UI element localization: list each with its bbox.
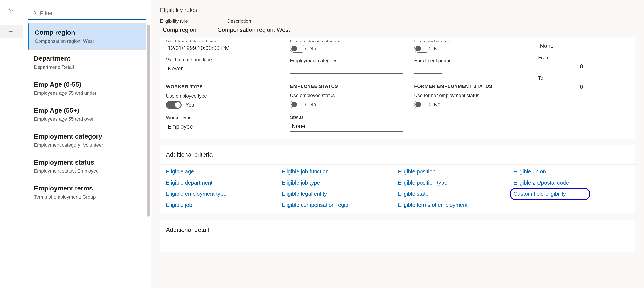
list-item[interactable]: Department Department: Retail — [28, 49, 146, 75]
filter-icon[interactable] — [7, 7, 16, 15]
sidebar: Comp region Compensation region: West De… — [23, 0, 151, 288]
toggle-use-new-hire-label: No — [434, 46, 440, 52]
label-worker-type: Worker type — [166, 115, 279, 121]
item-sub: Employees age 55 and under — [34, 90, 140, 96]
toggle-use-employee-category[interactable] — [290, 45, 306, 53]
label-use-emp-status: Use employee status — [290, 93, 403, 98]
link-custom-field-eligibility-label: Custom field eligibility — [514, 191, 566, 197]
additional-criteria-title[interactable]: Additional criteria — [160, 145, 635, 165]
toggle-use-employee-type-label: Yes — [186, 102, 194, 108]
toggle-use-new-hire[interactable] — [414, 45, 430, 53]
detail-box — [166, 240, 630, 245]
field-valid-to[interactable]: Never — [166, 63, 279, 74]
link-eligible-state[interactable]: Eligible state — [398, 191, 514, 197]
page-title: Eligibility rules — [160, 7, 635, 14]
left-rail — [0, 0, 23, 288]
section-employee-status: EMPLOYEE STATUS — [290, 84, 403, 89]
field-from[interactable]: 0 — [538, 61, 584, 72]
header-desc-value[interactable]: Compensation region: West — [215, 25, 306, 36]
link-eligible-employment-type[interactable]: Eligible employment type — [166, 191, 282, 197]
additional-criteria-panel: Additional criteria Eligible age Eligibl… — [160, 145, 635, 214]
label-valid-from: Valid from date and time — [166, 39, 279, 42]
list-item[interactable]: Emp Age (0-55) Employees age 55 and unde… — [28, 75, 146, 101]
toggle-use-former-emp-status[interactable] — [414, 101, 430, 108]
toggle-use-former-emp-status-label: No — [434, 101, 440, 108]
link-eligible-position[interactable]: Eligible position — [398, 169, 514, 175]
item-title: Department — [34, 55, 140, 62]
item-title: Emp Age (0-55) — [34, 81, 140, 88]
item-title: Employment terms — [34, 185, 140, 192]
item-sub: Compensation region: West — [35, 38, 140, 44]
link-custom-field-eligibility[interactable]: Custom field eligibility — [514, 191, 630, 197]
link-eligible-position-type[interactable]: Eligible position type — [398, 180, 514, 186]
list-item[interactable]: Comp region Compensation region: West — [28, 23, 146, 50]
sidebar-scrollbar[interactable] — [147, 25, 150, 217]
item-sub: Terms of employment: Group — [34, 194, 140, 200]
link-eligible-age[interactable]: Eligible age — [166, 169, 282, 175]
item-title: Comp region — [35, 29, 140, 36]
label-status: Status — [290, 114, 403, 120]
section-former-emp-status: FORMER EMPLOYMENT STATUS — [414, 84, 527, 89]
list-item[interactable]: Employment status Employment status: Emp… — [28, 153, 146, 179]
toggle-use-employee-category-label: No — [310, 46, 316, 52]
section-worker-type: WORKER TYPE — [166, 84, 279, 90]
field-enrollment-period[interactable] — [414, 64, 442, 74]
additional-detail-title[interactable]: Additional detail — [160, 220, 635, 240]
toggle-use-employee-type[interactable] — [166, 101, 182, 109]
item-sub: Employment category: Volunteer — [34, 142, 140, 148]
header-rule-value[interactable]: Comp region — [160, 25, 202, 36]
label-to: To — [538, 75, 630, 81]
item-title: Emp Age (55+) — [34, 107, 140, 114]
link-eligible-zip-postal[interactable]: Eligible zip/postal code — [514, 180, 630, 186]
filter-input[interactable] — [40, 10, 142, 17]
link-eligible-job[interactable]: Eligible job — [166, 202, 282, 208]
link-eligible-department[interactable]: Eligible department — [166, 180, 282, 186]
main-content: Eligibility rules Eligibility rule Descr… — [151, 0, 644, 288]
additional-detail-panel: Additional detail — [160, 220, 635, 252]
label-use-emp-type: Use employee type — [166, 93, 279, 99]
list-item[interactable]: Employment terms Terms of employment: Gr… — [28, 179, 146, 205]
filter-box[interactable] — [28, 7, 146, 20]
link-eligible-terms-of-employment[interactable]: Eligible terms of employment — [398, 202, 514, 208]
header-col-label: Eligibility rule — [160, 18, 188, 24]
label-valid-to: Valid to date and time — [166, 57, 279, 63]
item-sub: Department: Retail — [34, 64, 140, 70]
svg-line-4 — [36, 14, 36, 15]
label-from: From — [538, 55, 630, 60]
svg-point-3 — [33, 12, 36, 15]
item-sub: Employees age 55 and over — [34, 116, 140, 122]
list-item[interactable]: Employment category Employment category:… — [28, 127, 146, 153]
field-status[interactable]: None — [290, 121, 403, 131]
field-valid-from[interactable]: 12/31/1999 10:00:00 PM — [166, 43, 279, 53]
header-col-label: Description — [227, 18, 251, 24]
item-sub: Employment status: Employed — [34, 168, 140, 174]
field-to[interactable]: 0 — [538, 81, 584, 92]
link-eligible-compensation-region[interactable]: Eligible compensation region — [282, 202, 398, 208]
field-employment-category[interactable] — [290, 64, 403, 74]
toggle-use-employee-status[interactable] — [290, 101, 306, 108]
label-employment-category: Employment category — [290, 58, 403, 64]
search-icon — [32, 11, 37, 16]
general-panel: Valid from date and time 12/31/1999 10:0… — [160, 38, 635, 139]
sort-icon[interactable] — [7, 27, 16, 36]
item-title: Employment status — [34, 159, 140, 166]
link-eligible-job-type[interactable]: Eligible job type — [282, 180, 398, 186]
link-eligible-job-function[interactable]: Eligible job function — [282, 169, 398, 175]
label-enrollment-period: Enrollment period — [414, 58, 527, 64]
rule-list: Comp region Compensation region: West De… — [23, 23, 151, 205]
item-title: Employment category — [34, 133, 140, 140]
field-worker-type[interactable]: Employee — [166, 121, 279, 132]
link-eligible-legal-entity[interactable]: Eligible legal entity — [282, 191, 398, 197]
toggle-use-employee-status-label: No — [310, 101, 316, 108]
label-use-former-emp-status: Use former employment status — [414, 93, 527, 98]
list-item[interactable]: Emp Age (55+) Employees age 55 and over — [28, 101, 146, 127]
label-use-new-hire: Use new hire rule — [414, 39, 527, 42]
field-none[interactable]: None — [538, 40, 630, 51]
label-use-emp-category: Use employee category — [290, 39, 403, 42]
link-eligible-union[interactable]: Eligible union — [514, 169, 630, 175]
